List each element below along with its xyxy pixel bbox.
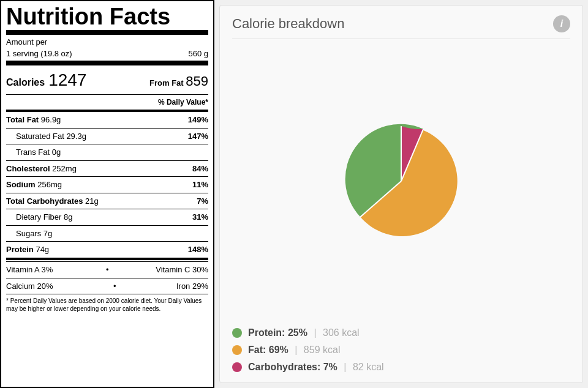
calories-label: Calories [6,76,45,89]
legend-sep-0: | [314,327,316,338]
nutrient-pct-6: 31% [192,212,208,223]
thin-divider-2 [6,261,208,262]
from-fat-group: From Fat 859 [149,72,208,91]
thick-divider-2 [6,61,208,65]
calories-left: Calories 1247 [6,69,86,92]
thin-divider [6,94,208,95]
nutrient-row-0: Total Fat 96.9g149% [6,113,208,127]
legend-sep-2: | [344,362,346,372]
nutrient-pct-8: 148% [188,244,208,255]
thick-divider [6,30,208,35]
nutrition-facts-panel: Nutrition Facts Amount per 1 serving (19… [0,0,214,388]
mineral-item-0: Calcium 20% [6,281,53,292]
legend-item-1: Fat: 69% | 859 kcal [232,345,570,356]
legend-text-1: Fat: 69% | 859 kcal [248,345,340,356]
nutrient-row-8: Protein 74g148% [6,243,208,256]
footnote: * Percent Daily Values are based on 2000… [6,297,208,313]
amount-per-label: Amount per [6,37,208,48]
calories-row: Calories 1247 From Fat 859 [6,67,208,93]
nutrient-label-5: Total Carbohydrates 21g [6,196,99,207]
nutrient-label-3: Cholesterol 252mg [6,163,77,174]
legend-dot-2 [232,362,242,372]
minerals-row: Calcium 20% • Iron 29% [6,280,208,293]
serving-size: 1 serving (19.8 oz) [6,48,72,59]
legend-kcal-2: 82 kcal [353,362,384,372]
nutrient-row-6: Dietary Fiber 8g31% [6,211,208,224]
daily-value-header: % Daily Value* [6,96,208,108]
nutrient-label-0: Total Fat 96.9g [6,114,61,125]
calorie-header: Calorie breakdown i [232,15,570,39]
separator: • [106,264,109,275]
nutrient-label-8: Protein 74g [6,244,49,255]
legend-dot-0 [232,328,242,338]
nutrient-label-1: Saturated Fat 29.3g [6,131,86,142]
legend-item-0: Protein: 25% | 306 kcal [232,327,570,338]
nutrient-label-7: Sugars 7g [6,228,52,239]
mineral-item-1: Iron 29% [176,281,208,292]
calorie-breakdown-panel: Calorie breakdown i Protein [219,5,583,383]
thin-divider-4 [6,294,208,294]
legend-text-0: Protein: 25% | 306 kcal [248,327,360,338]
thin-bar-6 [6,225,208,226]
nutrient-row-1: Saturated Fat 29.3g147% [6,130,208,143]
nutrient-row-3: Cholesterol 252mg84% [6,162,208,176]
medium-divider-2 [6,258,208,260]
calories-value: 1247 [48,69,86,92]
from-fat-label: From Fat [149,78,184,88]
nutrient-rows: Total Fat 96.9g149%Saturated Fat 29.3g14… [6,113,208,256]
nutrient-row-5: Total Carbohydrates 21g7% [6,195,208,208]
nutrient-pct-3: 84% [192,163,208,174]
thin-bar-1 [6,144,208,144]
nutrient-pct-1: 147% [188,131,208,142]
thin-bar-5 [6,209,208,209]
mineral-separator: • [113,281,116,292]
thin-bar-4 [6,193,208,193]
legend-dot-1 [232,345,242,355]
chart-area [232,47,570,315]
thin-bar-7 [6,241,208,242]
serving-row: 1 serving (19.8 oz) 560 g [6,48,208,59]
legend-sep-1: | [295,345,297,355]
thin-bar-0 [6,128,208,129]
thin-divider-3 [6,278,208,278]
nutrient-pct-5: 7% [197,196,208,207]
thin-bar-3 [6,176,208,177]
vitamins-row: Vitamin A 3% • Vitamin C 30% [6,263,208,277]
nutrition-title: Nutrition Facts [6,5,208,28]
vitamin-item-0: Vitamin A 3% [6,264,53,275]
nutrient-label-2: Trans Fat 0g [6,147,61,158]
from-fat-value: 859 [186,73,208,89]
nutrient-row-7: Sugars 7g [6,227,208,241]
nutrient-label-4: Sodium 256mg [6,179,62,190]
legend-kcal-0: 306 kcal [323,327,360,338]
vitamin-item-1: Vitamin C 30% [156,264,208,275]
thin-bar-2 [6,160,208,161]
nutrient-label-6: Dietary Fiber 8g [6,212,72,223]
calorie-title: Calorie breakdown [232,16,344,32]
legend-text-2: Carbohydrates: 7% | 82 kcal [248,362,384,373]
info-icon[interactable]: i [553,15,570,32]
nutrient-pct-4: 11% [192,179,208,190]
legend-item-2: Carbohydrates: 7% | 82 kcal [232,362,570,373]
nutrient-pct-0: 149% [188,114,208,125]
medium-divider [6,110,208,112]
nutrient-row-2: Trans Fat 0g [6,146,208,159]
serving-weight: 560 g [188,48,208,59]
pie-chart [334,114,469,248]
legend-area: Protein: 25% | 306 kcalFat: 69% | 859 kc… [232,327,570,373]
nutrient-row-4: Sodium 256mg11% [6,178,208,192]
legend-kcal-1: 859 kcal [304,345,341,355]
